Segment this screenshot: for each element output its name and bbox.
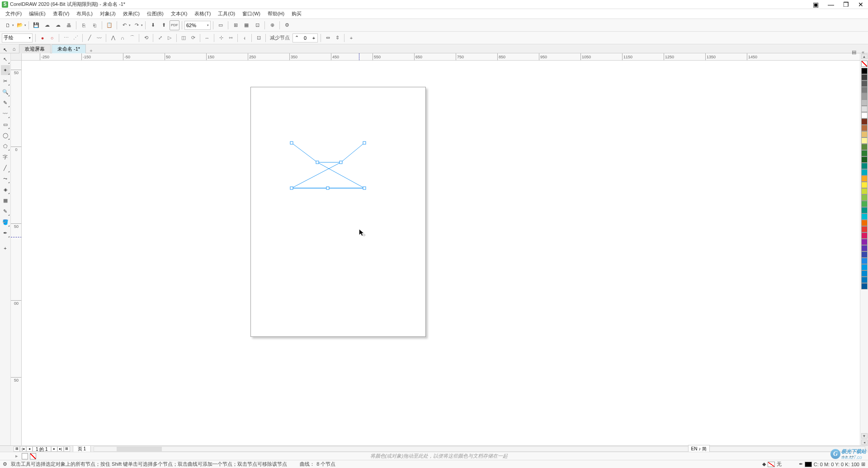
color-swatch[interactable]: [861, 131, 868, 137]
color-swatch[interactable]: [861, 220, 868, 226]
tab-welcome[interactable]: 欢迎屏幕: [19, 44, 51, 53]
zoom-input[interactable]: 62%▾: [184, 21, 211, 30]
outline-swatch[interactable]: [805, 462, 812, 467]
export-icon[interactable]: ⬆: [159, 20, 169, 30]
menu-buy[interactable]: 购买: [288, 9, 305, 18]
connector-icon[interactable]: ⤳: [1, 174, 10, 184]
canvas[interactable]: [22, 61, 860, 445]
cloud-down-icon[interactable]: ☁: [53, 20, 63, 30]
dp-menu-icon[interactable]: ▸: [14, 453, 20, 459]
parallel-dim-icon[interactable]: ╱: [1, 163, 10, 173]
color-swatch[interactable]: [861, 201, 868, 207]
extend-icon[interactable]: ⤢: [156, 34, 164, 42]
spin-value[interactable]: [300, 35, 310, 41]
crop-tool-icon[interactable]: ✂: [1, 76, 10, 86]
fill-tool-icon[interactable]: 🪣: [1, 217, 10, 227]
menu-object[interactable]: 对象(J): [96, 9, 119, 18]
pick-tool-icon[interactable]: ↖: [1, 54, 10, 64]
menu-help[interactable]: 帮助(H): [264, 9, 288, 18]
color-swatch[interactable]: [861, 277, 868, 283]
symmetric-node-icon[interactable]: ⌒: [128, 34, 136, 42]
reflect-h-icon[interactable]: ⇿: [226, 34, 235, 42]
spin-down-icon[interactable]: ⌃: [293, 35, 300, 41]
color-swatch[interactable]: [861, 188, 868, 194]
artistic-media-icon[interactable]: 〰: [1, 109, 10, 118]
color-swatch[interactable]: [861, 264, 868, 270]
page-back-button[interactable]: ◂: [26, 446, 33, 452]
fill-none-swatch[interactable]: [768, 462, 775, 467]
palette-expand-icon[interactable]: ◂: [861, 440, 868, 445]
menu-table[interactable]: 表格(T): [191, 9, 214, 18]
zoom-tool-icon[interactable]: 🔍: [1, 87, 10, 97]
shape-node[interactable]: [340, 161, 342, 164]
palette-scroll-down[interactable]: ▼: [861, 433, 868, 439]
ruler-icon[interactable]: ⊞: [231, 20, 241, 30]
shape-node[interactable]: [363, 187, 366, 189]
no-color-swatch[interactable]: [861, 61, 868, 67]
color-swatch[interactable]: [861, 270, 868, 277]
dp-swatch-none[interactable]: [30, 453, 36, 459]
shape-node[interactable]: [290, 142, 293, 144]
shape-node[interactable]: [290, 187, 293, 189]
color-swatch[interactable]: [861, 87, 868, 93]
eyedropper-icon[interactable]: ✎: [1, 206, 10, 216]
shape-tool-icon[interactable]: ✦: [1, 65, 10, 75]
shape-node[interactable]: [326, 187, 329, 189]
color-swatch[interactable]: [861, 80, 868, 87]
extract-icon[interactable]: ▷: [165, 34, 174, 42]
undo-button[interactable]: ↶: [119, 20, 129, 30]
settings-icon[interactable]: ▣: [810, 0, 821, 9]
smooth-node-icon[interactable]: ∩: [118, 34, 127, 42]
page-first-button[interactable]: ⊞: [14, 446, 20, 452]
home-icon[interactable]: ⌂: [10, 45, 18, 53]
color-swatch[interactable]: [861, 182, 868, 188]
color-swatch[interactable]: [861, 118, 868, 125]
maximize-button[interactable]: ❐: [840, 0, 852, 9]
to-curve-icon[interactable]: 〰: [95, 34, 103, 42]
palette-scroll-up[interactable]: ▲: [861, 54, 868, 59]
cloud-up-icon[interactable]: ☁: [42, 20, 52, 30]
color-swatch[interactable]: [861, 150, 868, 156]
color-swatch[interactable]: [861, 175, 868, 182]
menu-tools[interactable]: 工具(O): [214, 9, 239, 18]
shape-node[interactable]: [363, 142, 366, 144]
close-button[interactable]: ✕: [855, 0, 866, 9]
color-swatch[interactable]: [861, 125, 868, 131]
document-palette[interactable]: ▸ 将颜色(或对象)拖动至此处，以便将这些颜色与文档存储在一起 ◂ ▸ ▸▸: [0, 452, 868, 460]
color-swatch[interactable]: [861, 74, 868, 80]
dp-swatch-1[interactable]: [22, 453, 28, 459]
tab-document[interactable]: 未命名 -1*: [52, 44, 86, 53]
clipboard-icon[interactable]: 📋: [104, 20, 114, 30]
delete-node-icon[interactable]: ○: [48, 34, 56, 42]
horizontal-scrollbar[interactable]: [94, 446, 865, 452]
break-nodes-icon[interactable]: ⋰: [71, 34, 80, 42]
color-swatch[interactable]: [861, 213, 868, 220]
elastic-icon[interactable]: ⫞: [241, 34, 249, 42]
drop-shadow-icon[interactable]: ◈: [1, 184, 10, 194]
shape-node[interactable]: [316, 161, 319, 164]
reflect-nodes-h-icon[interactable]: ⇔: [324, 34, 332, 42]
menu-edit[interactable]: 编辑(E): [25, 9, 49, 18]
page-next-button[interactable]: ▸|: [57, 446, 64, 452]
status-gear-icon[interactable]: ⚙: [3, 461, 7, 467]
freehand-tool-icon[interactable]: ✎: [1, 98, 10, 108]
horizontal-ruler[interactable]: -250-150-5050150250350450550650750850950…: [22, 53, 860, 61]
pick-quick-icon[interactable]: ↖: [1, 47, 9, 53]
transparency-icon[interactable]: ▦: [1, 195, 10, 205]
ruler-corner[interactable]: [11, 53, 22, 61]
align-nodes-icon[interactable]: ⊹: [217, 34, 225, 42]
to-line-icon[interactable]: ╱: [85, 34, 94, 42]
copy-button[interactable]: ⎘: [79, 20, 89, 30]
options-icon[interactable]: ⚙: [282, 20, 292, 30]
pdf-icon[interactable]: PDF: [170, 20, 179, 30]
color-swatch[interactable]: [861, 156, 868, 163]
text-tool-icon[interactable]: 字: [1, 152, 10, 162]
close-curve-icon[interactable]: ◫: [179, 34, 188, 42]
grid-icon[interactable]: ▦: [241, 20, 251, 30]
guides-icon[interactable]: ⊡: [252, 20, 262, 30]
color-swatch[interactable]: [861, 169, 868, 175]
color-swatch[interactable]: [861, 258, 868, 264]
canvas-area[interactable]: -250-150-5050150250350450550650750850950…: [11, 53, 868, 445]
selected-shape[interactable]: [281, 142, 376, 196]
add-node-icon[interactable]: ●: [38, 34, 47, 42]
